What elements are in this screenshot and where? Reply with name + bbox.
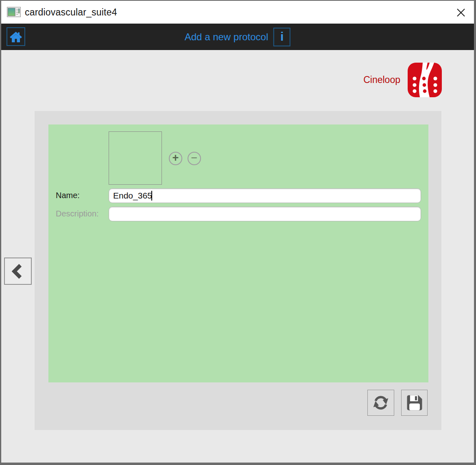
header-center: Add a new protocol i <box>185 24 290 50</box>
description-input[interactable] <box>109 207 421 221</box>
remove-image-button[interactable]: − <box>188 152 201 165</box>
vessel-cineloop-icon <box>408 63 442 97</box>
page-title: Add a new protocol <box>185 31 268 43</box>
cineloop-label: Cineloop <box>363 74 400 85</box>
protocol-image-placeholder[interactable] <box>109 131 162 185</box>
cineloop-branding: Cineloop <box>363 63 442 97</box>
main-area: Cineloop + <box>1 50 474 463</box>
minus-icon: − <box>191 153 198 164</box>
info-button[interactable]: i <box>273 28 290 46</box>
description-label: Description: <box>56 209 99 218</box>
home-button[interactable] <box>7 27 25 46</box>
protocol-form-panel: + − Name: Description: <box>48 124 428 382</box>
info-icon: i <box>280 31 284 43</box>
header-bar: Add a new protocol i <box>1 24 474 50</box>
plus-icon: + <box>172 153 179 164</box>
add-image-button[interactable]: + <box>169 152 182 165</box>
back-button[interactable] <box>4 258 32 285</box>
home-icon <box>9 31 22 43</box>
text-cursor <box>151 191 152 201</box>
save-button[interactable] <box>401 390 428 416</box>
refresh-button[interactable] <box>367 390 394 416</box>
floppy-disk-icon <box>405 393 424 413</box>
chevron-left-icon <box>10 263 26 279</box>
app-window: cardiovascular_suite4 Add a new protocol… <box>0 0 476 465</box>
window-title: cardiovascular_suite4 <box>25 7 117 18</box>
description-field-wrap <box>109 207 421 221</box>
name-label: Name: <box>56 191 80 200</box>
titlebar: cardiovascular_suite4 <box>1 1 474 24</box>
name-input[interactable] <box>109 188 421 203</box>
close-button[interactable] <box>454 6 467 19</box>
app-image-icon <box>7 7 21 18</box>
refresh-sync-icon <box>371 393 390 412</box>
name-field-wrap <box>109 188 421 203</box>
close-x-icon <box>456 7 466 18</box>
content-panel: + − Name: Description: <box>35 111 441 430</box>
